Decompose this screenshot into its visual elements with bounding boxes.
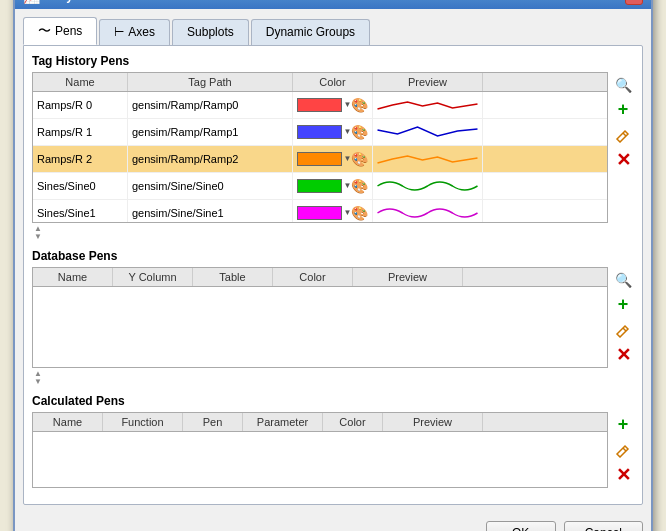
color-wheel-3[interactable]: 🎨 (351, 178, 368, 194)
database-add-button[interactable]: + (612, 294, 634, 316)
database-pens-body: Name Y Column Table Color Preview 🔍 + (32, 267, 634, 368)
calculated-pens-title: Calculated Pens (32, 394, 634, 408)
row3-preview (373, 173, 483, 199)
row2-color[interactable]: ▼ 🎨 (293, 146, 373, 172)
tag-history-pens-body: Name Tag Path Color Preview Ramps/R 0 ge… (32, 72, 634, 223)
swatch-dropdown-1[interactable]: ▼ (344, 127, 352, 136)
swatch-dropdown-4[interactable]: ▼ (344, 208, 352, 217)
tag-history-delete-button[interactable]: ✕ (612, 149, 634, 171)
row0-tagpath: gensim/Ramp/Ramp0 (128, 92, 293, 118)
swatch-dropdown-0[interactable]: ▼ (344, 100, 352, 109)
db-edit-icon (615, 322, 631, 338)
calculated-pens-body: Name Function Pen Parameter Color Previe… (32, 412, 634, 488)
db-th-preview: Preview (353, 268, 463, 286)
db-sort-up[interactable]: ▲ (34, 370, 634, 378)
table-row[interactable]: Ramps/R 1 gensim/Ramp/Ramp1 ▼ 🎨 (33, 119, 607, 146)
tab-axes[interactable]: ⊢ Axes (99, 19, 170, 45)
tab-pens-content: Tag History Pens Name Tag Path Color Pre… (23, 45, 643, 505)
tag-history-add-button[interactable]: + (612, 99, 634, 121)
sort-up-arrow[interactable]: ▲ (34, 225, 634, 233)
color-swatch-4: ▼ (297, 206, 352, 220)
swatch-4 (297, 206, 342, 220)
table-row[interactable]: Ramps/R 0 gensim/Ramp/Ramp0 ▼ 🎨 (33, 92, 607, 119)
cancel-button[interactable]: Cancel (564, 521, 643, 532)
calculated-add-button[interactable]: + (612, 414, 634, 436)
database-delete-button[interactable]: ✕ (612, 344, 634, 366)
row0-name: Ramps/R 0 (33, 92, 128, 118)
row1-color[interactable]: ▼ 🎨 (293, 119, 373, 145)
color-wheel-4[interactable]: 🎨 (351, 205, 368, 221)
axes-tab-label: Axes (128, 25, 155, 39)
color-wheel-2[interactable]: 🎨 (351, 151, 368, 167)
tab-dynamic-groups[interactable]: Dynamic Groups (251, 19, 370, 45)
row1-preview (373, 119, 483, 145)
swatch-1 (297, 125, 342, 139)
db-th-ycolumn: Y Column (113, 268, 193, 286)
calculated-pens-table: Name Function Pen Parameter Color Previe… (32, 412, 608, 488)
database-edit-button[interactable] (612, 319, 634, 341)
row3-tagpath: gensim/Sine/Sine0 (128, 173, 293, 199)
database-search-button[interactable]: 🔍 (612, 269, 634, 291)
sort-down-arrow[interactable]: ▼ (34, 233, 634, 241)
color-wheel-1[interactable]: 🎨 (351, 124, 368, 140)
db-th-name: Name (33, 268, 113, 286)
database-pens-section: Database Pens Name Y Column Table Color … (32, 249, 634, 386)
ok-button[interactable]: OK (486, 521, 556, 532)
color-swatch-0: ▼ (297, 98, 352, 112)
svg-line-1 (623, 328, 626, 331)
tab-bar: 〜 Pens ⊢ Axes Subplots Dynamic Groups (23, 17, 643, 45)
content-area: 〜 Pens ⊢ Axes Subplots Dynamic Groups Ta… (15, 9, 651, 513)
table-row[interactable]: Ramps/R 2 gensim/Ramp/Ramp2 ▼ 🎨 (33, 146, 607, 173)
tab-pens[interactable]: 〜 Pens (23, 17, 97, 45)
color-swatch-1: ▼ (297, 125, 352, 139)
color-swatch-3: ▼ (297, 179, 352, 193)
database-header: Name Y Column Table Color Preview (33, 268, 607, 287)
database-pens-title: Database Pens (32, 249, 634, 263)
row4-name: Sines/Sine1 (33, 200, 128, 222)
preview-svg-3 (377, 176, 478, 196)
color-wheel-0[interactable]: 🎨 (351, 97, 368, 113)
axes-tab-icon: ⊢ (114, 25, 124, 39)
preview-svg-0 (377, 95, 478, 115)
dynamic-groups-tab-label: Dynamic Groups (266, 25, 355, 39)
color-swatch-2: ▼ (297, 152, 352, 166)
tag-history-side-buttons: 🔍 + ✕ (612, 72, 634, 223)
th-color: Color (293, 73, 373, 91)
calc-th-pen: Pen (183, 413, 243, 431)
swatch-3 (297, 179, 342, 193)
close-button[interactable]: ✕ (625, 0, 643, 5)
th-name: Name (33, 73, 128, 91)
app-icon: 📈 (23, 0, 39, 4)
svg-line-2 (623, 448, 626, 451)
db-sort-down[interactable]: ▼ (34, 378, 634, 386)
calculated-pens-section: Calculated Pens Name Function Pen Parame… (32, 394, 634, 488)
table-row[interactable]: Sines/Sine0 gensim/Sine/Sine0 ▼ 🎨 (33, 173, 607, 200)
title-bar-left: 📈 Easy Chart Customizer (23, 0, 176, 4)
table-row[interactable]: Sines/Sine1 gensim/Sine/Sine1 ▼ 🎨 (33, 200, 607, 222)
row2-preview (373, 146, 483, 172)
tag-history-search-button[interactable]: 🔍 (612, 74, 634, 96)
swatch-dropdown-2[interactable]: ▼ (344, 154, 352, 163)
calculated-edit-button[interactable] (612, 439, 634, 461)
calculated-rows (33, 432, 607, 487)
database-rows (33, 287, 607, 352)
row4-color[interactable]: ▼ 🎨 (293, 200, 373, 222)
tag-history-sort-arrows: ▲ ▼ (34, 225, 634, 241)
swatch-dropdown-3[interactable]: ▼ (344, 181, 352, 190)
edit-icon (615, 127, 631, 143)
tab-subplots[interactable]: Subplots (172, 19, 249, 45)
database-sort-arrows: ▲ ▼ (34, 370, 634, 386)
tag-history-pens-title: Tag History Pens (32, 54, 634, 68)
calculated-delete-button[interactable]: ✕ (612, 464, 634, 486)
row3-color[interactable]: ▼ 🎨 (293, 173, 373, 199)
row1-name: Ramps/R 1 (33, 119, 128, 145)
tag-history-edit-button[interactable] (612, 124, 634, 146)
calc-th-name: Name (33, 413, 103, 431)
tag-history-rows: Ramps/R 0 gensim/Ramp/Ramp0 ▼ 🎨 (33, 92, 607, 222)
row0-color[interactable]: ▼ 🎨 (293, 92, 373, 118)
row2-tagpath: gensim/Ramp/Ramp2 (128, 146, 293, 172)
db-th-color: Color (273, 268, 353, 286)
swatch-0 (297, 98, 342, 112)
preview-svg-2 (377, 149, 478, 169)
subplots-tab-label: Subplots (187, 25, 234, 39)
